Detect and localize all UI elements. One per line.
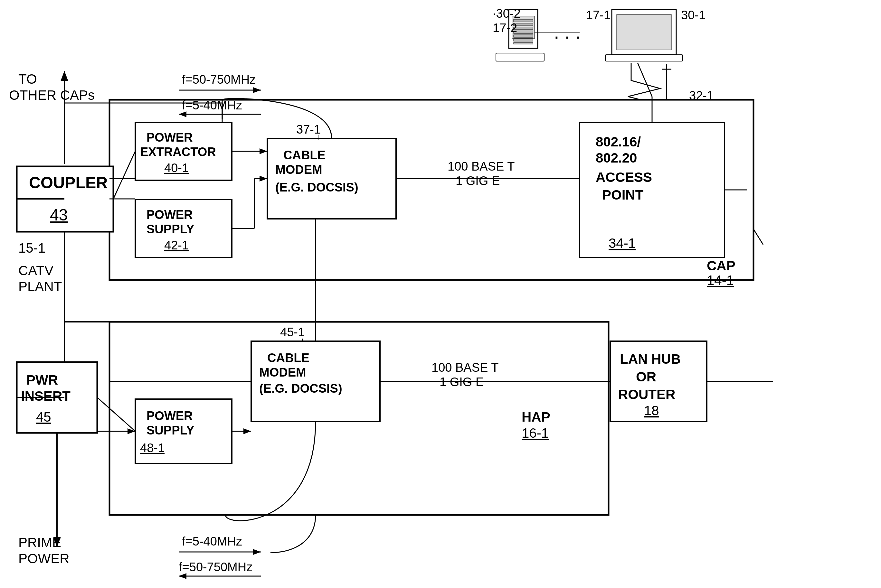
label-30-2: ·30-2 <box>493 7 521 20</box>
svg-rect-12 <box>514 35 533 38</box>
cm1-label2: MODEM <box>275 163 322 176</box>
cm1-label3: (E.G. DOCSIS) <box>275 180 358 194</box>
cm2-label3: (E.G. DOCSIS) <box>259 382 342 395</box>
ap-label1: 802.16/ <box>596 134 641 149</box>
svg-rect-17 <box>616 15 671 50</box>
prime-power2: POWER <box>18 551 69 566</box>
ap-id: 34-1 <box>609 236 636 251</box>
ps1-label2: SUPPLY <box>146 222 194 236</box>
ps2-label2: SUPPLY <box>146 423 194 437</box>
pwr-label: PWR <box>26 372 58 387</box>
label-17-2: 17-2 <box>493 21 517 35</box>
lhr-label3: ROUTER <box>618 387 675 402</box>
ps2-id: 48-1 <box>140 441 165 455</box>
hap-label: HAP <box>522 410 550 424</box>
ap-label4: POINT <box>602 187 644 202</box>
diagram-svg: ·30-2 17-2 . . . 30-1 17-1 32-1 CAP 14-1… <box>0 0 881 588</box>
hap-id: 16-1 <box>522 426 549 441</box>
cm2-label: CABLE <box>267 351 310 364</box>
cap-id: 14-1 <box>707 273 734 288</box>
to-other-caps2: OTHER CAPs <box>9 87 95 103</box>
pe-label: POWER <box>146 130 193 144</box>
svg-rect-18 <box>605 55 683 61</box>
coupler-id: 43 <box>50 206 68 224</box>
freq-bot-up-label: f=5-40MHz <box>182 535 242 548</box>
ps2-label: POWER <box>146 409 193 423</box>
to-other-caps: TO <box>18 72 37 87</box>
cm2-label2: MODEM <box>259 366 306 379</box>
label-17-1: 17-1 <box>586 8 610 22</box>
conn2-label: 100 BASE T <box>431 361 498 374</box>
svg-rect-13 <box>514 39 533 41</box>
pwr-id: 45 <box>36 410 51 424</box>
ap-label3: ACCESS <box>596 170 652 185</box>
ps1-label: POWER <box>146 208 193 221</box>
lhr-id: 18 <box>644 403 659 418</box>
cm1-id: 37-1 <box>296 123 321 136</box>
catv-plant2: PLANT <box>18 279 62 294</box>
ps1-id: 42-1 <box>164 238 189 252</box>
pe-id: 40-1 <box>164 161 189 175</box>
cm2-id: 45-1 <box>280 326 305 339</box>
catv-label: 15-1 <box>18 240 45 255</box>
lhr-label: LAN HUB <box>620 351 681 367</box>
svg-rect-14 <box>514 42 533 44</box>
cm1-label: CABLE <box>283 148 326 162</box>
label-30-1: 30-1 <box>681 8 705 22</box>
catv-plant: CATV <box>18 263 53 278</box>
conn1-label: 100 BASE T <box>448 160 514 173</box>
pe-label2: EXTRACTOR <box>140 145 216 159</box>
conn2-label2: 1 GIG E <box>439 375 484 389</box>
freq-bot-down-label: f=50-750MHz <box>179 560 253 574</box>
conn1-label2: 1 GIG E <box>456 174 500 188</box>
ap-label2: 802.20 <box>596 150 637 165</box>
cap-label: CAP <box>707 258 735 273</box>
lhr-label2: OR <box>636 369 656 384</box>
coupler-label: COUPLER <box>29 174 108 192</box>
freq-up-label: f=50-750MHz <box>182 73 256 86</box>
svg-rect-15 <box>496 53 544 61</box>
prime-power: PRIME <box>18 535 61 550</box>
pwr-label2: INSERT <box>21 388 71 404</box>
freq-down-label: f=5-40MHz <box>182 99 242 112</box>
